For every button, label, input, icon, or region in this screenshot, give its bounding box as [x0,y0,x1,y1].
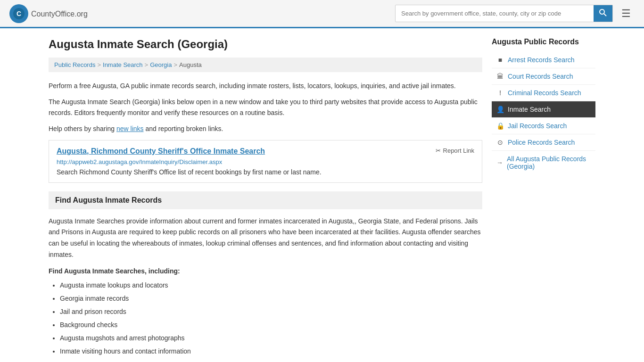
sidebar-item-jail-records[interactable]: 🔒 Jail Records Search [492,118,595,134]
sidebar-item-police-records[interactable]: ⊙ Police Records Search [492,134,595,151]
section-heading: Find Augusta Inmate Records [49,191,482,209]
breadcrumb-inmate-search[interactable]: Inmate Search [103,61,143,68]
global-search-bar [395,5,613,22]
sidebar-all-records-link[interactable]: → All Augusta Public Records (Georgia) [492,151,595,174]
list-heading: Find Augusta Inmate Searches, including: [49,267,482,275]
logo-icon: C [9,4,28,23]
result-description: Search Richmond County Sheriff's Office … [57,168,474,176]
sidebar-item-arrest-records[interactable]: ■ Arrest Records Search [492,52,595,68]
result-title-link[interactable]: Augusta, Richmond County Sheriff's Offic… [57,147,265,156]
svg-line-3 [604,14,606,16]
hamburger-menu-button[interactable]: ☰ [618,6,635,22]
sidebar-item-inmate-search[interactable]: 👤 Inmate Search [492,101,595,118]
result-url[interactable]: http://appweb2.augustaga.gov/InmateInqui… [57,158,474,165]
svg-text:C: C [17,10,21,17]
sidebar: Augusta Public Records ■ Arrest Records … [492,38,595,358]
global-search-input[interactable] [396,7,594,20]
lock-icon: 🔒 [496,122,504,130]
person-icon: 👤 [496,106,504,113]
exclamation-icon: ! [496,89,504,97]
logo-text: CountyOffice.org [31,8,88,19]
arrow-icon: → [496,159,503,166]
header-right: ☰ [395,5,635,22]
result-card: Augusta, Richmond County Sheriff's Offic… [49,140,482,183]
page-container: Augusta Inmate Search (Georgia) Public R… [39,28,605,362]
global-search-button[interactable] [594,5,612,22]
intro-paragraph-2: The Augusta Inmate Search (Georgia) link… [49,97,482,118]
inmate-search-list: Augusta inmate lookups and locators Geor… [49,279,482,358]
sidebar-item-criminal-records[interactable]: ! Criminal Records Search [492,85,595,101]
sidebar-title: Augusta Public Records [492,38,595,46]
breadcrumb-georgia[interactable]: Georgia [150,61,172,68]
new-links-link[interactable]: new links [116,125,144,132]
breadcrumb: Public Records > Inmate Search > Georgia… [49,58,482,72]
list-item: Augusta mugshots and arrest photographs [60,331,482,345]
building-icon: 🏛 [496,73,504,80]
intro-paragraph-1: Perform a free Augusta, GA public inmate… [49,81,482,91]
result-card-header: Augusta, Richmond County Sheriff's Offic… [57,147,474,156]
list-item: Georgia inmate records [60,292,482,305]
list-item: Jail and prison records [60,305,482,318]
square-icon: ■ [496,56,504,64]
main-content: Augusta Inmate Search (Georgia) Public R… [49,38,482,358]
intro-paragraph-3: Help others by sharing new links and rep… [49,123,482,134]
report-link-button[interactable]: ✂ Report Link [436,147,474,154]
body-paragraph: Augusta Inmate Searches provide informat… [49,216,482,261]
circle-icon: ⊙ [496,139,504,146]
list-item: Background checks [60,318,482,331]
svg-point-2 [600,9,604,14]
breadcrumb-public-records[interactable]: Public Records [54,61,95,68]
logo-area[interactable]: C CountyOffice.org [9,4,88,23]
breadcrumb-current: Augusta [179,61,202,68]
sidebar-item-court-records[interactable]: 🏛 Court Records Search [492,68,595,85]
list-item: Inmate visiting hours and contact inform… [60,345,482,358]
site-header: C CountyOffice.org ☰ [0,0,644,28]
list-item: Augusta inmate lookups and locators [60,279,482,292]
scissors-icon: ✂ [436,147,441,154]
page-title: Augusta Inmate Search (Georgia) [49,38,482,51]
